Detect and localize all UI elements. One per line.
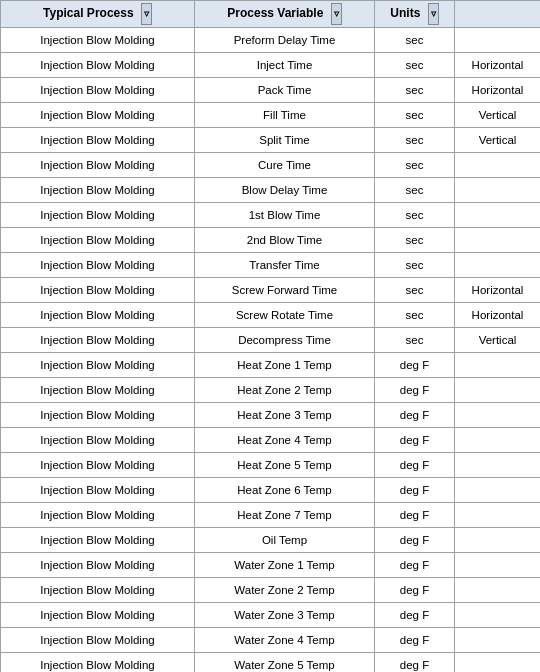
cell-variable: Water Zone 1 Temp <box>195 553 375 578</box>
cell-process: Injection Blow Molding <box>1 253 195 278</box>
dropdown-icon-units[interactable]: ▿ <box>428 3 439 25</box>
cell-process: Injection Blow Molding <box>1 478 195 503</box>
cell-variable: Heat Zone 6 Temp <box>195 478 375 503</box>
table-row: Injection Blow MoldingHeat Zone 6 Tempde… <box>1 478 541 503</box>
cell-process: Injection Blow Molding <box>1 528 195 553</box>
cell-units: deg F <box>375 603 455 628</box>
cell-process: Injection Blow Molding <box>1 203 195 228</box>
cell-variable: Split Time <box>195 128 375 153</box>
table-row: Injection Blow MoldingTransfer Timesec <box>1 253 541 278</box>
cell-variable: Cure Time <box>195 153 375 178</box>
cell-extra: Horizontal <box>455 53 541 78</box>
cell-units: sec <box>375 78 455 103</box>
cell-extra <box>455 353 541 378</box>
cell-variable: Screw Forward Time <box>195 278 375 303</box>
header-typical-process-label: Typical Process <box>43 6 134 20</box>
table-row: Injection Blow MoldingHeat Zone 3 Tempde… <box>1 403 541 428</box>
table-row: Injection Blow MoldingWater Zone 1 Tempd… <box>1 553 541 578</box>
cell-units: sec <box>375 28 455 53</box>
cell-units: deg F <box>375 478 455 503</box>
table-row: Injection Blow MoldingCure Timesec <box>1 153 541 178</box>
cell-units: deg F <box>375 553 455 578</box>
cell-process: Injection Blow Molding <box>1 403 195 428</box>
cell-variable: Preform Delay Time <box>195 28 375 53</box>
cell-variable: Water Zone 3 Temp <box>195 603 375 628</box>
table-row: Injection Blow MoldingOil Tempdeg F <box>1 528 541 553</box>
header-process-variable[interactable]: Process Variable ▿ <box>195 1 375 28</box>
cell-units: sec <box>375 53 455 78</box>
cell-process: Injection Blow Molding <box>1 28 195 53</box>
filter-icon[interactable]: ▿ <box>141 3 152 25</box>
cell-extra: Vertical <box>455 103 541 128</box>
table-row: Injection Blow MoldingHeat Zone 7 Tempde… <box>1 503 541 528</box>
header-extra <box>455 1 541 28</box>
cell-units: deg F <box>375 378 455 403</box>
cell-variable: 1st Blow Time <box>195 203 375 228</box>
cell-units: sec <box>375 178 455 203</box>
cell-extra <box>455 553 541 578</box>
cell-extra <box>455 628 541 653</box>
cell-extra <box>455 478 541 503</box>
cell-variable: Heat Zone 2 Temp <box>195 378 375 403</box>
cell-units: sec <box>375 328 455 353</box>
cell-process: Injection Blow Molding <box>1 628 195 653</box>
cell-variable: Fill Time <box>195 103 375 128</box>
cell-variable: Heat Zone 4 Temp <box>195 428 375 453</box>
cell-units: deg F <box>375 503 455 528</box>
dropdown-icon-variable[interactable]: ▿ <box>331 3 342 25</box>
cell-extra <box>455 228 541 253</box>
cell-process: Injection Blow Molding <box>1 53 195 78</box>
cell-units: sec <box>375 278 455 303</box>
cell-process: Injection Blow Molding <box>1 503 195 528</box>
cell-process: Injection Blow Molding <box>1 153 195 178</box>
cell-process: Injection Blow Molding <box>1 228 195 253</box>
cell-process: Injection Blow Molding <box>1 303 195 328</box>
cell-variable: Pack Time <box>195 78 375 103</box>
cell-extra <box>455 28 541 53</box>
cell-process: Injection Blow Molding <box>1 553 195 578</box>
cell-extra <box>455 453 541 478</box>
table-row: Injection Blow MoldingScrew Forward Time… <box>1 278 541 303</box>
table-row: Injection Blow Molding1st Blow Timesec <box>1 203 541 228</box>
cell-extra <box>455 428 541 453</box>
cell-variable: Heat Zone 7 Temp <box>195 503 375 528</box>
cell-variable: Oil Temp <box>195 528 375 553</box>
cell-extra <box>455 378 541 403</box>
cell-variable: Heat Zone 3 Temp <box>195 403 375 428</box>
table-row: Injection Blow MoldingWater Zone 2 Tempd… <box>1 578 541 603</box>
header-units[interactable]: Units ▿ <box>375 1 455 28</box>
header-typical-process[interactable]: Typical Process ▿ <box>1 1 195 28</box>
cell-units: deg F <box>375 353 455 378</box>
table-row: Injection Blow MoldingHeat Zone 2 Tempde… <box>1 378 541 403</box>
cell-units: deg F <box>375 578 455 603</box>
cell-extra <box>455 503 541 528</box>
cell-process: Injection Blow Molding <box>1 178 195 203</box>
header-process-variable-label: Process Variable <box>227 6 323 20</box>
cell-variable: Heat Zone 1 Temp <box>195 353 375 378</box>
cell-process: Injection Blow Molding <box>1 603 195 628</box>
cell-units: deg F <box>375 453 455 478</box>
cell-process: Injection Blow Molding <box>1 578 195 603</box>
cell-units: deg F <box>375 403 455 428</box>
cell-units: sec <box>375 303 455 328</box>
cell-process: Injection Blow Molding <box>1 353 195 378</box>
data-table: Typical Process ▿ Process Variable ▿ Uni… <box>0 0 540 672</box>
table-row: Injection Blow Molding2nd Blow Timesec <box>1 228 541 253</box>
cell-variable: Water Zone 2 Temp <box>195 578 375 603</box>
cell-units: sec <box>375 253 455 278</box>
cell-units: sec <box>375 203 455 228</box>
cell-extra <box>455 653 541 673</box>
cell-units: sec <box>375 128 455 153</box>
table-row: Injection Blow MoldingScrew Rotate Times… <box>1 303 541 328</box>
cell-variable: Screw Rotate Time <box>195 303 375 328</box>
cell-units: sec <box>375 153 455 178</box>
cell-extra <box>455 603 541 628</box>
table-row: Injection Blow MoldingPreform Delay Time… <box>1 28 541 53</box>
cell-extra <box>455 253 541 278</box>
table-row: Injection Blow MoldingPack TimesecHorizo… <box>1 78 541 103</box>
header-units-label: Units <box>390 6 420 20</box>
cell-extra: Horizontal <box>455 278 541 303</box>
table-row: Injection Blow MoldingWater Zone 4 Tempd… <box>1 628 541 653</box>
cell-extra: Horizontal <box>455 303 541 328</box>
cell-process: Injection Blow Molding <box>1 278 195 303</box>
